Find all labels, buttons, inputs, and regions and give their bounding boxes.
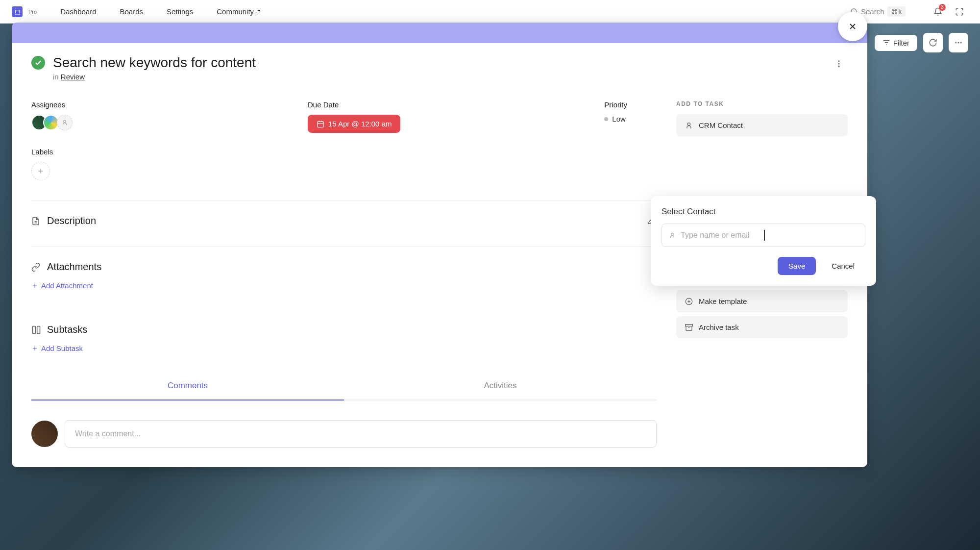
modal-cover bbox=[12, 23, 867, 43]
svg-point-16 bbox=[671, 233, 674, 235]
check-icon bbox=[34, 59, 42, 67]
archive-task-button[interactable]: Archive task bbox=[676, 316, 848, 338]
svg-rect-10 bbox=[37, 326, 40, 333]
svg-rect-9 bbox=[33, 326, 36, 333]
plus-icon bbox=[31, 282, 38, 289]
task-modal: Search new keywords for content in Revie… bbox=[12, 23, 867, 467]
task-title[interactable]: Search new keywords for content bbox=[53, 55, 256, 71]
due-date-label: Due Date bbox=[308, 100, 400, 109]
contact-search-field[interactable] bbox=[662, 224, 865, 247]
attachments-section: Attachments Add Attachment bbox=[31, 246, 657, 290]
search-kbd-hint: ⌘ k bbox=[887, 6, 906, 17]
svg-rect-8 bbox=[318, 121, 323, 127]
svg-point-1 bbox=[955, 42, 956, 44]
svg-point-7 bbox=[64, 120, 66, 123]
plus-icon bbox=[31, 345, 38, 352]
more-vertical-icon bbox=[834, 59, 843, 68]
subtasks-section: Subtasks Add Subtask bbox=[31, 309, 657, 352]
select-contact-popover: Select Contact Save Cancel bbox=[651, 196, 876, 286]
add-label-button[interactable] bbox=[31, 162, 50, 180]
assignees-label: Assignees bbox=[31, 100, 73, 109]
expand-icon bbox=[955, 7, 964, 16]
more-button[interactable] bbox=[949, 33, 968, 52]
description-section: Description bbox=[31, 200, 657, 226]
current-user-avatar bbox=[31, 421, 58, 447]
task-breadcrumb: in Review bbox=[53, 73, 256, 81]
external-link-icon bbox=[256, 9, 262, 15]
plus-circle-icon bbox=[685, 298, 693, 305]
nav-community[interactable]: Community bbox=[207, 3, 271, 20]
add-assignee-button[interactable] bbox=[57, 115, 73, 130]
popover-title: Select Contact bbox=[662, 207, 865, 217]
link-icon bbox=[31, 263, 41, 272]
priority-value[interactable]: Low bbox=[604, 115, 627, 123]
fullscreen-button[interactable] bbox=[951, 3, 968, 21]
activity-tabs: Comments Activities bbox=[31, 372, 657, 400]
priority-block: Priority Low bbox=[604, 100, 627, 133]
archive-icon bbox=[685, 324, 693, 331]
notifications-button[interactable]: 3 bbox=[929, 3, 947, 21]
filter-button[interactable]: Filter bbox=[875, 35, 917, 51]
user-icon bbox=[685, 122, 693, 129]
tab-activities[interactable]: Activities bbox=[344, 372, 657, 400]
subtasks-icon bbox=[31, 325, 41, 335]
subtasks-title: Subtasks bbox=[47, 324, 87, 335]
attachments-title: Attachments bbox=[47, 261, 101, 273]
contact-search-input[interactable] bbox=[681, 231, 852, 240]
svg-point-5 bbox=[838, 63, 840, 65]
description-title: Description bbox=[47, 215, 96, 226]
modal-header: Search new keywords for content in Revie… bbox=[12, 43, 867, 89]
priority-label: Priority bbox=[604, 100, 627, 109]
close-modal-button[interactable] bbox=[838, 12, 867, 41]
complete-toggle[interactable] bbox=[31, 56, 45, 70]
nav-boards[interactable]: Boards bbox=[110, 3, 153, 20]
save-button[interactable]: Save bbox=[778, 257, 816, 275]
make-template-button[interactable]: Make template bbox=[676, 290, 848, 312]
cancel-button[interactable]: Cancel bbox=[821, 257, 865, 275]
labels-block: Labels bbox=[31, 148, 657, 180]
crm-contact-button[interactable]: CRM Contact bbox=[676, 114, 848, 136]
comment-composer: Write a comment... bbox=[31, 420, 657, 448]
user-icon bbox=[669, 232, 676, 239]
nav-dashboard[interactable]: Dashboard bbox=[50, 3, 106, 20]
user-plus-icon bbox=[61, 119, 68, 126]
add-to-task-heading: ADD TO TASK bbox=[676, 100, 848, 107]
svg-point-2 bbox=[958, 42, 959, 44]
due-date-block: Due Date 15 Apr @ 12:00 am bbox=[308, 100, 400, 133]
task-menu-button[interactable] bbox=[830, 55, 848, 73]
top-nav: ⬚ Pro Dashboard Boards Settings Communit… bbox=[0, 0, 980, 24]
comment-input[interactable]: Write a comment... bbox=[65, 420, 657, 448]
assignees-block: Assignees bbox=[31, 100, 73, 133]
priority-dot-icon bbox=[604, 117, 608, 121]
plus-icon bbox=[37, 167, 45, 175]
svg-point-6 bbox=[838, 66, 840, 67]
due-date-chip[interactable]: 15 Apr @ 12:00 am bbox=[308, 115, 400, 133]
more-horizontal-icon bbox=[954, 38, 963, 47]
document-icon bbox=[31, 217, 41, 225]
nav-settings[interactable]: Settings bbox=[157, 3, 203, 20]
refresh-icon bbox=[929, 38, 937, 47]
app-logo[interactable]: ⬚ bbox=[12, 6, 23, 17]
svg-point-4 bbox=[838, 60, 840, 62]
close-icon bbox=[848, 22, 858, 31]
notif-count-badge: 3 bbox=[939, 4, 946, 11]
add-attachment-button[interactable]: Add Attachment bbox=[31, 281, 657, 290]
svg-point-3 bbox=[960, 42, 962, 44]
pro-badge: Pro bbox=[28, 9, 37, 15]
add-subtask-button[interactable]: Add Subtask bbox=[31, 344, 657, 352]
filter-icon bbox=[882, 39, 890, 47]
labels-label: Labels bbox=[31, 148, 657, 156]
status-link[interactable]: Review bbox=[61, 73, 85, 81]
svg-point-11 bbox=[687, 123, 690, 125]
refresh-button[interactable] bbox=[923, 33, 943, 52]
tab-comments[interactable]: Comments bbox=[31, 372, 344, 400]
calendar-icon bbox=[317, 120, 324, 128]
